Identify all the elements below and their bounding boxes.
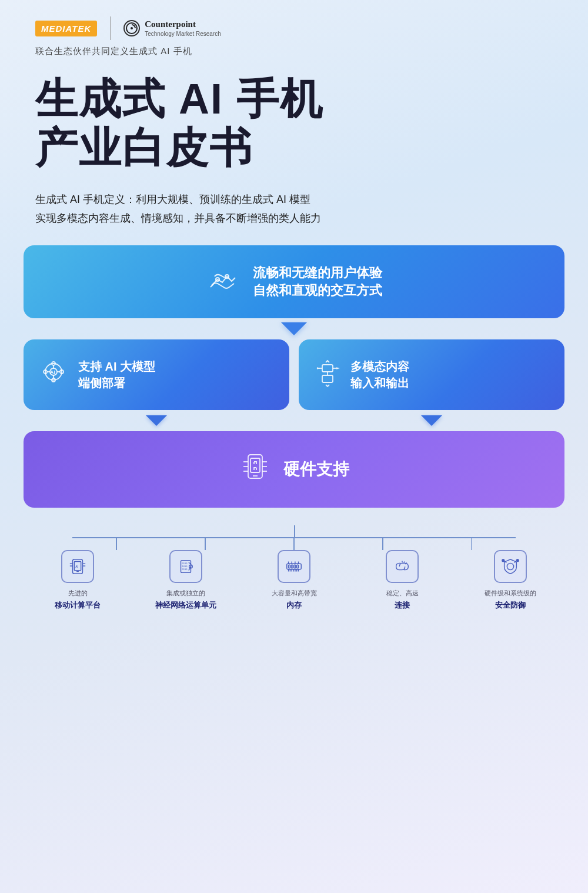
sub-item-1-label-bottom: 移动计算平台 xyxy=(55,600,101,611)
svg-rect-43 xyxy=(294,565,296,569)
header-subtitle: 联合生态伙伴共同定义生成式 AI 手机 xyxy=(0,46,588,57)
tree-branches xyxy=(72,538,516,550)
main-title: 生成式 AI 手机 产业白皮书 xyxy=(35,75,553,172)
counterpoint-logo: Counterpoint Technology Market Research xyxy=(123,19,221,38)
sub-item-2-label-bottom: 神经网络运算单元 xyxy=(155,600,216,611)
sub-item-4-label-bottom: 连接 xyxy=(395,600,410,611)
middle-card-left-text: 支持 AI 大模型 端侧部署 xyxy=(78,358,155,391)
sub-item-3-label-bottom: 内存 xyxy=(286,600,302,611)
svg-text:0110: 0110 xyxy=(182,568,188,571)
svg-text:AI: AI xyxy=(75,565,78,568)
branch-2 xyxy=(161,538,250,550)
svg-point-60 xyxy=(502,559,505,562)
memory-icon xyxy=(278,550,310,583)
svg-point-61 xyxy=(516,559,519,562)
branch-1 xyxy=(72,538,161,550)
svg-rect-41 xyxy=(289,565,290,569)
sub-item-2: 0110 1010 0110 集成或独立的 神经网络运算单元 xyxy=(132,550,240,610)
svg-point-59 xyxy=(507,564,513,570)
middle-card-right: 多模态内容 输入和输出 xyxy=(299,339,564,410)
svg-text:1010: 1010 xyxy=(182,565,188,568)
svg-rect-15 xyxy=(322,365,333,372)
branch-5 xyxy=(427,538,516,550)
sub-item-1-label-top: 先进的 xyxy=(68,589,88,597)
description-section: 生成式 AI 手机定义：利用大规模、预训练的生成式 AI 模型 实现多模态内容生… xyxy=(0,184,588,246)
neural-network-icon: 0110 1010 0110 xyxy=(169,550,202,583)
svg-rect-42 xyxy=(291,565,293,569)
header: MEDIATEK Counterpoint Technology Market … xyxy=(0,0,588,46)
hardware-icon xyxy=(239,450,272,489)
sub-item-5-label-top: 硬件级和系统级的 xyxy=(485,589,536,597)
ai-model-icon: AI xyxy=(38,356,70,394)
sub-section: AI 先进的 移动计算平台 0110 xyxy=(0,525,588,634)
svg-line-57 xyxy=(404,562,405,564)
tree-root-line xyxy=(24,525,564,537)
connectivity-icon xyxy=(386,550,419,583)
sub-item-2-label-top: 集成或独立的 xyxy=(166,589,205,597)
description-text: 生成式 AI 手机定义：利用大规模、预训练的生成式 AI 模型 实现多模态内容生… xyxy=(35,190,553,228)
svg-text:0110: 0110 xyxy=(182,563,188,565)
sub-item-4: 稳定、高速 连接 xyxy=(348,550,456,610)
branch-3 xyxy=(250,538,339,550)
main-title-section: 生成式 AI 手机 产业白皮书 xyxy=(0,57,588,184)
svg-point-1 xyxy=(131,27,133,29)
svg-text:AI: AI xyxy=(50,369,55,375)
middle-card-left: AI 支持 AI 大模型 端侧部署 xyxy=(24,339,289,410)
header-divider xyxy=(110,16,111,40)
counterpoint-icon xyxy=(123,20,140,36)
top-card: 流畅和无缝的用户体验 自然和直观的交互方式 xyxy=(24,245,564,318)
arrow-right-down xyxy=(299,410,564,431)
svg-rect-17 xyxy=(322,375,333,382)
middle-row: AI 支持 AI 大模型 端侧部署 xyxy=(24,339,564,410)
middle-card-right-text: 多模态内容 输入和输出 xyxy=(350,358,409,391)
sub-item-3-label-top: 大容量和高带宽 xyxy=(272,589,317,597)
mediatek-logo: MEDIATEK xyxy=(35,21,97,36)
sub-item-3: 大容量和高带宽 内存 xyxy=(240,550,348,610)
bottom-card-text: 硬件支持 xyxy=(283,458,349,481)
handshake-icon xyxy=(206,265,241,299)
sub-item-4-label-top: 稳定、高速 xyxy=(386,589,419,597)
multimodal-icon xyxy=(313,358,342,392)
mobile-compute-icon: AI xyxy=(61,550,94,583)
svg-rect-19 xyxy=(250,458,260,472)
bottom-card: 硬件支持 xyxy=(24,431,564,508)
sub-item-5-label-bottom: 安全防御 xyxy=(495,600,526,611)
security-icon xyxy=(494,550,527,583)
arrow-left-down xyxy=(24,410,289,431)
branch-4 xyxy=(338,538,427,550)
arrow-top-down xyxy=(24,318,564,339)
counterpoint-text: Counterpoint Technology Market Research xyxy=(145,19,221,38)
tree-horizontal xyxy=(72,537,516,538)
arrows-middle xyxy=(24,410,564,431)
sub-item-1: AI 先进的 移动计算平台 xyxy=(24,550,132,610)
svg-rect-44 xyxy=(297,565,299,569)
feature-container: 流畅和无缝的用户体验 自然和直观的交互方式 AI xyxy=(0,245,588,508)
sub-items-row: AI 先进的 移动计算平台 0110 xyxy=(24,550,564,610)
sub-item-5: 硬件级和系统级的 安全防御 xyxy=(456,550,564,610)
top-card-text: 流畅和无缝的用户体验 自然和直观的交互方式 xyxy=(253,264,382,299)
